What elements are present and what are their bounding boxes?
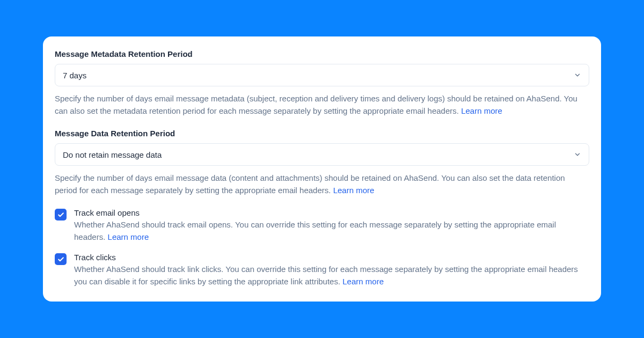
track-clicks-learn-more-link[interactable]: Learn more <box>342 277 384 286</box>
track-opens-row: Track email opens Whether AhaSend should… <box>55 208 589 243</box>
data-retention-value: Do not retain message data <box>63 150 574 159</box>
data-retention-help: Specify the number of days email message… <box>55 172 589 196</box>
track-opens-content: Track email opens Whether AhaSend should… <box>74 208 589 243</box>
track-clicks-content: Track clicks Whether AhaSend should trac… <box>74 253 589 288</box>
metadata-retention-help: Specify the number of days email message… <box>55 93 589 117</box>
chevron-down-icon <box>574 151 581 158</box>
data-retention-select[interactable]: Do not retain message data <box>55 143 589 166</box>
chevron-down-icon <box>574 71 581 79</box>
metadata-retention-label: Message Metadata Retention Period <box>55 49 589 58</box>
data-learn-more-link[interactable]: Learn more <box>333 186 375 195</box>
data-retention-label: Message Data Retention Period <box>55 129 589 138</box>
metadata-retention-value: 7 days <box>63 71 574 80</box>
check-icon <box>57 211 64 218</box>
metadata-learn-more-link[interactable]: Learn more <box>461 106 502 115</box>
track-clicks-desc: Whether AhaSend should track link clicks… <box>74 263 589 288</box>
track-clicks-row: Track clicks Whether AhaSend should trac… <box>55 253 589 288</box>
settings-card: Message Metadata Retention Period 7 days… <box>43 36 601 302</box>
track-clicks-title: Track clicks <box>74 253 589 262</box>
track-opens-title: Track email opens <box>74 208 589 217</box>
track-opens-checkbox[interactable] <box>55 209 67 221</box>
metadata-retention-select[interactable]: 7 days <box>55 64 589 86</box>
track-opens-desc: Whether AhaSend should track email opens… <box>74 219 589 243</box>
check-icon <box>57 256 64 263</box>
track-opens-learn-more-link[interactable]: Learn more <box>108 232 149 241</box>
track-clicks-checkbox[interactable] <box>55 253 67 265</box>
